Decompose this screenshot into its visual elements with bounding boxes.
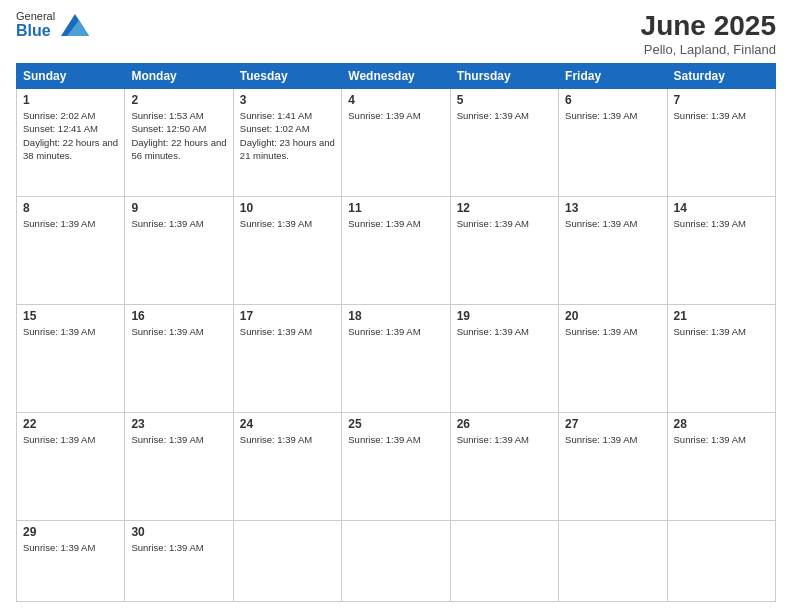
day-number: 26 — [457, 417, 552, 431]
day-number: 16 — [131, 309, 226, 323]
day-number: 10 — [240, 201, 335, 215]
table-row — [233, 521, 341, 602]
col-sunday: Sunday — [17, 64, 125, 89]
day-info: Sunrise: 1:39 AM — [348, 433, 443, 446]
day-number: 22 — [23, 417, 118, 431]
table-row: 15Sunrise: 1:39 AM — [17, 305, 125, 413]
page: General Blue June 2025 Pello, Lapland, F… — [0, 0, 792, 612]
day-number: 13 — [565, 201, 660, 215]
day-info: Sunrise: 1:39 AM — [23, 541, 118, 554]
day-number: 8 — [23, 201, 118, 215]
day-info: Sunrise: 1:39 AM — [457, 217, 552, 230]
table-row: 18Sunrise: 1:39 AM — [342, 305, 450, 413]
day-info: Sunrise: 1:39 AM — [674, 325, 769, 338]
day-number: 29 — [23, 525, 118, 539]
day-info: Sunrise: 1:39 AM — [23, 325, 118, 338]
logo-text: General Blue — [16, 10, 55, 40]
table-row: 8Sunrise: 1:39 AM — [17, 197, 125, 305]
calendar: Sunday Monday Tuesday Wednesday Thursday… — [16, 63, 776, 602]
table-row: 3Sunrise: 1:41 AM Sunset: 1:02 AM Daylig… — [233, 89, 341, 197]
day-number: 2 — [131, 93, 226, 107]
day-info: Sunrise: 1:39 AM — [348, 109, 443, 122]
table-row: 13Sunrise: 1:39 AM — [559, 197, 667, 305]
day-number: 18 — [348, 309, 443, 323]
table-row — [559, 521, 667, 602]
calendar-header-row: Sunday Monday Tuesday Wednesday Thursday… — [17, 64, 776, 89]
day-info: Sunrise: 1:39 AM — [131, 325, 226, 338]
col-friday: Friday — [559, 64, 667, 89]
table-row: 10Sunrise: 1:39 AM — [233, 197, 341, 305]
day-number: 14 — [674, 201, 769, 215]
table-row: 9Sunrise: 1:39 AM — [125, 197, 233, 305]
table-row — [667, 521, 775, 602]
day-info: Sunrise: 1:39 AM — [240, 217, 335, 230]
day-info: Sunrise: 1:39 AM — [565, 325, 660, 338]
table-row: 7Sunrise: 1:39 AM — [667, 89, 775, 197]
day-info: Sunrise: 1:39 AM — [674, 109, 769, 122]
table-row: 25Sunrise: 1:39 AM — [342, 413, 450, 521]
day-number: 1 — [23, 93, 118, 107]
day-number: 17 — [240, 309, 335, 323]
table-row: 14Sunrise: 1:39 AM — [667, 197, 775, 305]
table-row: 29Sunrise: 1:39 AM — [17, 521, 125, 602]
day-number: 20 — [565, 309, 660, 323]
table-row: 11Sunrise: 1:39 AM — [342, 197, 450, 305]
table-row: 30Sunrise: 1:39 AM — [125, 521, 233, 602]
table-row: 12Sunrise: 1:39 AM — [450, 197, 558, 305]
table-row: 5Sunrise: 1:39 AM — [450, 89, 558, 197]
day-number: 21 — [674, 309, 769, 323]
day-info: Sunrise: 1:39 AM — [457, 325, 552, 338]
day-info: Sunrise: 1:39 AM — [23, 217, 118, 230]
day-info: Sunrise: 1:39 AM — [240, 325, 335, 338]
day-number: 30 — [131, 525, 226, 539]
col-monday: Monday — [125, 64, 233, 89]
day-number: 4 — [348, 93, 443, 107]
day-info: Sunrise: 1:39 AM — [457, 109, 552, 122]
day-info: Sunrise: 1:39 AM — [565, 433, 660, 446]
day-info: Sunrise: 1:53 AM Sunset: 12:50 AM Daylig… — [131, 109, 226, 162]
day-number: 19 — [457, 309, 552, 323]
location: Pello, Lapland, Finland — [641, 42, 776, 57]
day-info: Sunrise: 1:39 AM — [131, 433, 226, 446]
col-wednesday: Wednesday — [342, 64, 450, 89]
table-row: 6Sunrise: 1:39 AM — [559, 89, 667, 197]
day-number: 24 — [240, 417, 335, 431]
day-number: 11 — [348, 201, 443, 215]
day-info: Sunrise: 1:41 AM Sunset: 1:02 AM Dayligh… — [240, 109, 335, 162]
table-row: 26Sunrise: 1:39 AM — [450, 413, 558, 521]
table-row: 4Sunrise: 1:39 AM — [342, 89, 450, 197]
day-info: Sunrise: 1:39 AM — [565, 217, 660, 230]
logo-icon — [61, 14, 89, 36]
day-info: Sunrise: 1:39 AM — [131, 541, 226, 554]
table-row: 1Sunrise: 2:02 AM Sunset: 12:41 AM Dayli… — [17, 89, 125, 197]
day-info: Sunrise: 1:39 AM — [348, 217, 443, 230]
day-number: 5 — [457, 93, 552, 107]
table-row — [450, 521, 558, 602]
day-info: Sunrise: 1:39 AM — [240, 433, 335, 446]
day-info: Sunrise: 1:39 AM — [674, 217, 769, 230]
day-info: Sunrise: 1:39 AM — [457, 433, 552, 446]
day-info: Sunrise: 1:39 AM — [23, 433, 118, 446]
day-info: Sunrise: 1:39 AM — [565, 109, 660, 122]
col-saturday: Saturday — [667, 64, 775, 89]
day-number: 25 — [348, 417, 443, 431]
table-row: 28Sunrise: 1:39 AM — [667, 413, 775, 521]
day-info: Sunrise: 2:02 AM Sunset: 12:41 AM Daylig… — [23, 109, 118, 162]
day-number: 7 — [674, 93, 769, 107]
header: General Blue June 2025 Pello, Lapland, F… — [16, 10, 776, 57]
logo-general: General — [16, 10, 55, 22]
day-number: 12 — [457, 201, 552, 215]
day-number: 9 — [131, 201, 226, 215]
table-row: 23Sunrise: 1:39 AM — [125, 413, 233, 521]
table-row: 17Sunrise: 1:39 AM — [233, 305, 341, 413]
table-row: 2Sunrise: 1:53 AM Sunset: 12:50 AM Dayli… — [125, 89, 233, 197]
col-tuesday: Tuesday — [233, 64, 341, 89]
day-info: Sunrise: 1:39 AM — [348, 325, 443, 338]
table-row: 22Sunrise: 1:39 AM — [17, 413, 125, 521]
day-info: Sunrise: 1:39 AM — [131, 217, 226, 230]
day-number: 28 — [674, 417, 769, 431]
table-row: 20Sunrise: 1:39 AM — [559, 305, 667, 413]
title-block: June 2025 Pello, Lapland, Finland — [641, 10, 776, 57]
day-number: 3 — [240, 93, 335, 107]
table-row: 27Sunrise: 1:39 AM — [559, 413, 667, 521]
